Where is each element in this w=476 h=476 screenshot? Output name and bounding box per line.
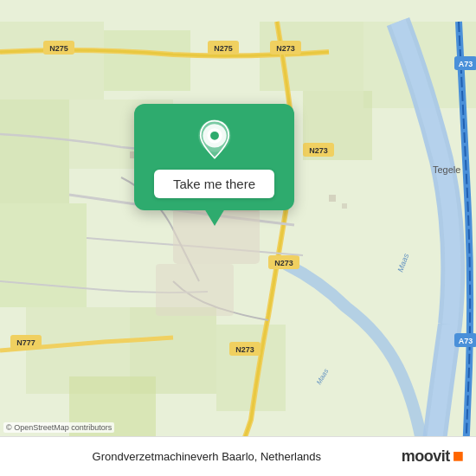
take-me-there-button[interactable]: Take me there (154, 170, 274, 198)
svg-text:N273: N273 (309, 146, 328, 155)
svg-rect-5 (0, 203, 87, 307)
location-pin-icon (194, 119, 235, 161)
svg-rect-8 (216, 325, 286, 411)
svg-text:N777: N777 (16, 338, 35, 347)
svg-text:N273: N273 (276, 44, 295, 53)
svg-text:N275: N275 (214, 44, 233, 53)
svg-point-45 (209, 131, 220, 141)
svg-text:A73: A73 (459, 337, 473, 345)
svg-rect-3 (0, 100, 69, 203)
svg-text:Tegele: Tegele (433, 164, 460, 175)
moovit-logo-dot: ■ (453, 447, 464, 466)
moovit-logo-text: moovit (402, 447, 450, 466)
svg-text:N273: N273 (235, 345, 254, 354)
svg-rect-40 (329, 195, 336, 202)
moovit-logo: moovit ■ (402, 447, 464, 467)
location-card: Take me there (134, 104, 294, 210)
svg-rect-36 (156, 264, 234, 316)
bottom-bar: Grondverzetmachineverh Baarlo, Netherlan… (0, 436, 476, 476)
map-container: N275 N275 N273 N273 N273 N273 A73 A73 N7… (0, 0, 476, 476)
svg-rect-2 (104, 30, 190, 91)
svg-text:N273: N273 (274, 259, 293, 267)
svg-text:A73: A73 (459, 60, 473, 68)
map-background: N275 N275 N273 N273 N273 N273 A73 A73 N7… (0, 0, 476, 476)
svg-rect-1 (0, 22, 104, 100)
svg-rect-41 (342, 203, 347, 209)
location-label: Grondverzetmachineverh Baarlo, Netherlan… (12, 450, 402, 463)
svg-text:N275: N275 (49, 44, 68, 53)
osm-attribution: © OpenStreetMap contributors (3, 422, 114, 433)
